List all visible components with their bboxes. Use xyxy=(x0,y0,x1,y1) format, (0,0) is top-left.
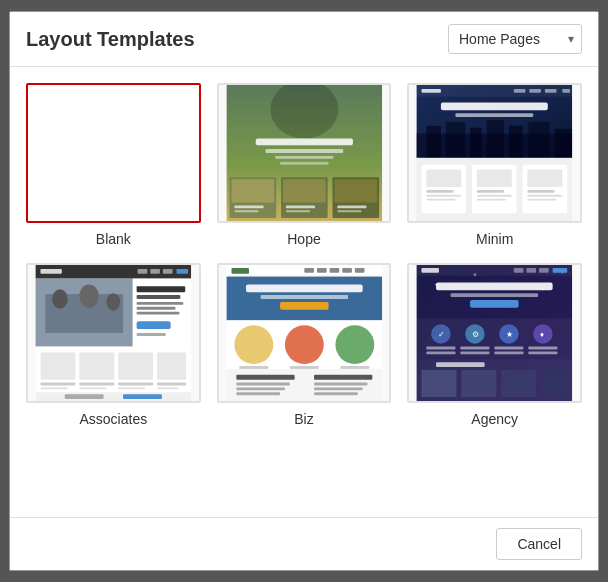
template-thumb-blank[interactable] xyxy=(26,83,201,223)
svg-rect-69 xyxy=(137,321,171,329)
template-label-hope: Hope xyxy=(287,231,320,247)
svg-rect-44 xyxy=(427,199,456,201)
svg-rect-22 xyxy=(470,128,482,158)
svg-rect-125 xyxy=(539,268,549,273)
svg-rect-142 xyxy=(529,347,558,350)
template-thumb-associates[interactable] xyxy=(26,263,201,403)
minim-preview xyxy=(409,85,580,221)
template-item-agency[interactable]: ✓ ⚙ ★ ♦ xyxy=(407,263,582,427)
template-label-associates: Associates xyxy=(79,411,147,427)
svg-rect-108 xyxy=(236,375,294,380)
svg-rect-78 xyxy=(79,383,114,386)
svg-point-101 xyxy=(234,325,273,364)
svg-rect-42 xyxy=(427,190,454,193)
svg-rect-89 xyxy=(226,276,381,277)
category-dropdown[interactable]: Home PagesLanding PagesAbout PagesContac… xyxy=(448,24,582,54)
svg-rect-73 xyxy=(79,352,114,379)
svg-rect-94 xyxy=(342,268,352,273)
svg-rect-30 xyxy=(530,89,542,93)
svg-rect-64 xyxy=(137,286,186,292)
svg-rect-55 xyxy=(150,269,160,274)
agency-preview: ✓ ⚙ ★ ♦ xyxy=(409,265,580,401)
svg-text:✓: ✓ xyxy=(438,330,445,339)
templates-grid: Blank xyxy=(26,83,582,427)
svg-rect-126 xyxy=(553,268,568,273)
template-item-associates[interactable]: Associates xyxy=(26,263,201,427)
svg-text:⚙: ⚙ xyxy=(472,330,479,339)
svg-rect-121 xyxy=(417,265,572,276)
blank-preview xyxy=(28,85,199,221)
template-item-hope[interactable]: Hope xyxy=(217,83,392,247)
svg-rect-150 xyxy=(462,370,497,397)
svg-rect-41 xyxy=(528,170,563,187)
template-thumb-biz[interactable] xyxy=(217,263,392,403)
svg-rect-57 xyxy=(176,269,188,274)
svg-rect-32 xyxy=(563,89,571,93)
svg-rect-129 xyxy=(470,300,519,308)
svg-rect-56 xyxy=(163,269,173,274)
dialog-title: Layout Templates xyxy=(26,28,195,51)
svg-rect-104 xyxy=(239,366,268,369)
svg-rect-53 xyxy=(40,269,61,274)
layout-templates-dialog: Layout Templates Home PagesLanding Pages… xyxy=(9,11,599,571)
svg-rect-146 xyxy=(529,351,558,354)
svg-rect-80 xyxy=(118,383,153,386)
svg-point-102 xyxy=(285,325,324,364)
template-thumb-agency[interactable]: ✓ ⚙ ★ ♦ xyxy=(407,263,582,403)
svg-rect-68 xyxy=(137,312,180,315)
svg-text:★: ★ xyxy=(506,330,513,339)
svg-rect-47 xyxy=(477,199,506,201)
svg-rect-76 xyxy=(40,383,75,386)
svg-rect-82 xyxy=(157,383,186,386)
svg-rect-86 xyxy=(123,394,162,399)
svg-rect-40 xyxy=(477,170,512,187)
svg-rect-46 xyxy=(477,195,512,197)
svg-rect-29 xyxy=(514,89,526,93)
cancel-button[interactable]: Cancel xyxy=(496,528,582,560)
svg-rect-28 xyxy=(422,89,441,93)
svg-rect-39 xyxy=(427,170,462,187)
svg-rect-115 xyxy=(314,392,358,395)
template-item-biz[interactable]: Biz xyxy=(217,263,392,427)
svg-rect-91 xyxy=(304,268,314,273)
svg-rect-122 xyxy=(422,268,439,273)
svg-rect-151 xyxy=(501,370,536,397)
svg-rect-77 xyxy=(40,387,67,389)
svg-rect-152 xyxy=(541,370,567,397)
template-thumb-minim[interactable] xyxy=(407,83,582,223)
svg-rect-128 xyxy=(451,293,538,297)
svg-rect-92 xyxy=(317,268,327,273)
svg-rect-21 xyxy=(446,122,465,158)
svg-rect-105 xyxy=(289,366,318,369)
svg-rect-140 xyxy=(461,347,490,350)
category-dropdown-wrapper: Home PagesLanding PagesAbout PagesContac… xyxy=(448,24,582,54)
svg-rect-48 xyxy=(528,190,555,193)
template-label-biz: Biz xyxy=(294,411,313,427)
svg-rect-50 xyxy=(528,199,557,201)
dialog-footer: Cancel xyxy=(10,517,598,570)
svg-rect-97 xyxy=(246,284,363,292)
svg-rect-123 xyxy=(514,268,524,273)
svg-rect-90 xyxy=(231,268,248,274)
template-thumb-hope[interactable] xyxy=(217,83,392,223)
svg-rect-5 xyxy=(280,162,329,165)
svg-rect-25 xyxy=(529,122,550,158)
svg-rect-74 xyxy=(118,352,153,379)
svg-rect-43 xyxy=(427,195,462,197)
svg-rect-17 xyxy=(337,210,361,212)
template-item-minim[interactable]: Minim xyxy=(407,83,582,247)
svg-rect-10 xyxy=(283,179,326,202)
associates-preview xyxy=(28,265,199,401)
svg-rect-95 xyxy=(355,268,365,273)
svg-rect-111 xyxy=(236,392,280,395)
dialog-header: Layout Templates Home PagesLanding Pages… xyxy=(10,12,598,67)
svg-rect-72 xyxy=(40,352,75,379)
svg-rect-144 xyxy=(461,351,490,354)
svg-rect-11 xyxy=(334,179,377,202)
svg-rect-70 xyxy=(137,333,166,336)
template-item-blank[interactable]: Blank xyxy=(26,83,201,247)
svg-rect-93 xyxy=(329,268,339,273)
svg-rect-81 xyxy=(118,387,145,389)
template-label-agency: Agency xyxy=(471,411,518,427)
svg-rect-145 xyxy=(495,351,524,354)
